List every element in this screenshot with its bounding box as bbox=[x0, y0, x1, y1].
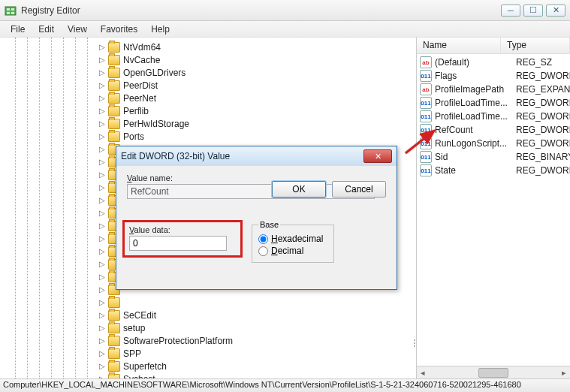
expand-icon[interactable]: ▷ bbox=[98, 298, 107, 307]
tree-item[interactable]: ▷PeerNet bbox=[5, 92, 416, 104]
tree-item[interactable]: ▷setup bbox=[5, 321, 416, 334]
svg-rect-2 bbox=[11, 8, 14, 11]
list-item[interactable]: 011StateREG_DWORD bbox=[417, 164, 570, 177]
tree-item-label: Perflib bbox=[123, 106, 149, 116]
list-item[interactable]: 011SidREG_BINARY bbox=[417, 150, 570, 164]
menu-help[interactable]: Help bbox=[145, 23, 176, 36]
expand-icon[interactable]: ▷ bbox=[98, 273, 107, 282]
expand-icon[interactable]: ▷ bbox=[98, 260, 107, 269]
expand-icon[interactable]: ▷ bbox=[98, 81, 107, 90]
value-name: State bbox=[435, 165, 516, 176]
ok-button[interactable]: OK bbox=[272, 181, 326, 198]
dialog-title-bar[interactable]: Edit DWORD (32-bit) Value ✕ bbox=[116, 146, 397, 166]
expand-icon[interactable]: ▷ bbox=[98, 43, 107, 52]
tree-item[interactable]: ▷Superfetch bbox=[5, 360, 416, 372]
scroll-left-icon[interactable]: ◂ bbox=[417, 367, 429, 378]
expand-icon[interactable]: ▷ bbox=[98, 247, 107, 256]
edit-dword-dialog: Edit DWORD (32-bit) Value ✕ Value name: … bbox=[116, 146, 397, 290]
tree-item[interactable]: ▷OpenGLDrivers bbox=[5, 66, 416, 79]
base-group: Base Hexadecimal Decimal bbox=[252, 220, 334, 263]
value-name: Sid bbox=[435, 152, 516, 162]
pane-resizer[interactable] bbox=[412, 335, 417, 351]
base-label: Base bbox=[258, 220, 280, 229]
list-item[interactable]: 011FlagsREG_DWORD bbox=[417, 69, 570, 83]
expand-icon[interactable]: ▷ bbox=[98, 183, 107, 192]
tree-item[interactable]: ▷PeerDist bbox=[5, 79, 416, 92]
value-data-label: Value data: bbox=[129, 225, 236, 234]
expand-icon[interactable]: ▷ bbox=[98, 68, 107, 77]
tree-item[interactable]: ▷ bbox=[5, 296, 416, 309]
binary-value-icon: 011 bbox=[420, 164, 432, 176]
expand-icon[interactable]: ▷ bbox=[98, 349, 107, 358]
list-item[interactable]: 011RefCountREG_DWORD bbox=[417, 123, 570, 137]
expand-icon[interactable]: ▷ bbox=[98, 56, 107, 65]
title-bar: Registry Editor ─ ☐ ✕ bbox=[0, 0, 570, 21]
value-data-input[interactable] bbox=[129, 236, 227, 251]
list-item[interactable]: 011RunLogonScript...REG_DWORD bbox=[417, 137, 570, 150]
expand-icon[interactable]: ▷ bbox=[98, 234, 107, 243]
menu-file[interactable]: File bbox=[5, 23, 31, 36]
folder-icon bbox=[108, 348, 120, 359]
tree-item[interactable]: ▷NvCache bbox=[5, 53, 416, 66]
value-type: REG_DWORD bbox=[516, 165, 570, 176]
scroll-thumb[interactable] bbox=[478, 368, 508, 378]
expand-icon[interactable]: ▷ bbox=[98, 222, 107, 231]
tree-item[interactable]: ▷SPP bbox=[5, 347, 416, 360]
folder-icon bbox=[108, 131, 120, 142]
close-button[interactable]: ✕ bbox=[546, 5, 565, 17]
value-name: (Default) bbox=[435, 57, 516, 68]
binary-value-icon: 011 bbox=[420, 70, 432, 82]
expand-icon[interactable]: ▷ bbox=[98, 170, 107, 179]
dialog-close-button[interactable]: ✕ bbox=[363, 149, 392, 163]
radio-hex-input[interactable] bbox=[258, 234, 268, 244]
expand-icon[interactable]: ▷ bbox=[98, 94, 107, 103]
expand-icon[interactable]: ▷ bbox=[98, 132, 107, 141]
expand-icon[interactable]: ▷ bbox=[98, 324, 107, 333]
value-name: Flags bbox=[435, 71, 516, 81]
expand-icon[interactable]: ▷ bbox=[98, 362, 107, 371]
radio-dec-input[interactable] bbox=[258, 246, 268, 256]
expand-icon[interactable]: ▷ bbox=[98, 119, 107, 128]
folder-icon bbox=[108, 297, 120, 308]
list-item[interactable]: abProfileImagePathREG_EXPAND_SZ bbox=[417, 83, 570, 96]
expand-icon[interactable]: ▷ bbox=[98, 285, 107, 294]
tree-item[interactable]: ▷SoftwareProtectionPlatform bbox=[5, 334, 416, 347]
tree-item[interactable]: ▷Ports bbox=[5, 130, 416, 143]
tree-item[interactable]: ▷SeCEdit bbox=[5, 309, 416, 321]
string-value-icon: ab bbox=[420, 83, 432, 95]
values-pane: Name Type ab(Default)REG_SZ011FlagsREG_D… bbox=[417, 38, 570, 378]
minimize-button[interactable]: ─ bbox=[501, 5, 520, 17]
list-item[interactable]: ab(Default)REG_SZ bbox=[417, 56, 570, 69]
list-item[interactable]: 011ProfileLoadTime...REG_DWORD bbox=[417, 96, 570, 110]
list-header[interactable]: Name Type bbox=[417, 38, 570, 54]
cancel-button[interactable]: Cancel bbox=[332, 181, 386, 198]
binary-value-icon: 011 bbox=[420, 124, 432, 136]
binary-value-icon: 011 bbox=[420, 137, 432, 149]
expand-icon[interactable]: ▷ bbox=[98, 107, 107, 116]
tree-item-label: Superfetch bbox=[123, 361, 167, 372]
horizontal-scrollbar[interactable]: ◂ ▸ bbox=[417, 366, 570, 378]
radio-hexadecimal[interactable]: Hexadecimal bbox=[258, 234, 323, 244]
value-type: REG_DWORD bbox=[516, 111, 570, 122]
expand-icon[interactable]: ▷ bbox=[98, 196, 107, 205]
header-type[interactable]: Type bbox=[501, 38, 570, 53]
tree-item-label: PerHwIdStorage bbox=[123, 119, 189, 129]
menu-view[interactable]: View bbox=[62, 23, 93, 36]
menu-favorites[interactable]: Favorites bbox=[95, 23, 143, 36]
header-name[interactable]: Name bbox=[417, 38, 501, 53]
value-type: REG_BINARY bbox=[516, 152, 570, 162]
maximize-button[interactable]: ☐ bbox=[523, 5, 543, 17]
expand-icon[interactable]: ▷ bbox=[98, 311, 107, 320]
menu-edit[interactable]: Edit bbox=[32, 23, 60, 36]
expand-icon[interactable]: ▷ bbox=[98, 145, 107, 154]
scroll-right-icon[interactable]: ▸ bbox=[558, 367, 570, 378]
tree-item[interactable]: ▷Svchost bbox=[5, 372, 416, 378]
tree-item[interactable]: ▷NtVdm64 bbox=[5, 41, 416, 53]
radio-decimal[interactable]: Decimal bbox=[258, 246, 323, 256]
list-item[interactable]: 011ProfileLoadTime...REG_DWORD bbox=[417, 110, 570, 123]
tree-item[interactable]: ▷PerHwIdStorage bbox=[5, 117, 416, 130]
tree-item[interactable]: ▷Perflib bbox=[5, 104, 416, 117]
expand-icon[interactable]: ▷ bbox=[98, 336, 107, 345]
expand-icon[interactable]: ▷ bbox=[98, 158, 107, 167]
expand-icon[interactable]: ▷ bbox=[98, 209, 107, 218]
